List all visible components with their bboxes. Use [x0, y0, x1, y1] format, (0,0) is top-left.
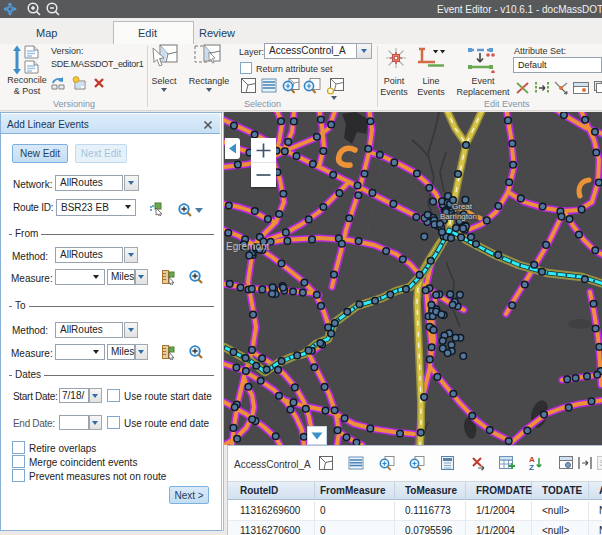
- svg-text:Barrington: Barrington: [440, 212, 477, 221]
- svg-text:Egremont: Egremont: [226, 241, 270, 252]
- svg-text:Z: Z: [529, 463, 534, 472]
- svg-text:Great: Great: [452, 202, 473, 211]
